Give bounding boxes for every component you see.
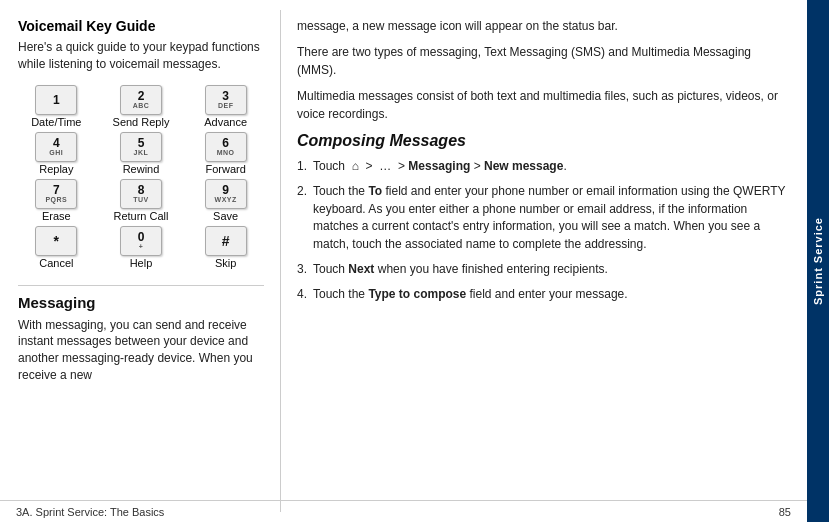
right-panel: message, a new message icon will appear … xyxy=(281,0,807,522)
key-star: * xyxy=(35,226,77,256)
key-9: 9 WXYZ xyxy=(205,179,247,209)
key-label-8: Return Call xyxy=(113,210,168,222)
key-2: 2 ABC xyxy=(120,85,162,115)
footer-bar: 3A. Sprint Service: The Basics 85 xyxy=(0,500,807,522)
step-4: Touch the Type to compose field and ente… xyxy=(297,286,791,303)
key-label-9: Save xyxy=(213,210,238,222)
key-label-7: Erase xyxy=(42,210,71,222)
key-0: 0 + xyxy=(120,226,162,256)
messaging-intro: With messaging, you can send and receive… xyxy=(18,317,264,384)
footer-right: 85 xyxy=(779,506,791,518)
voicemail-intro: Here's a quick guide to your keypad func… xyxy=(18,39,264,73)
key-grid: 1 Date/Time 2 ABC Send Reply 3 DEF Advan… xyxy=(18,85,264,269)
key-item-3: 3 DEF Advance xyxy=(187,85,264,128)
key-item-4: 4 GHI Replay xyxy=(18,132,95,175)
key-label-5: Rewind xyxy=(123,163,160,175)
messaging-types-text: There are two types of messaging, Text M… xyxy=(297,44,791,79)
key-7: 7 PQRS xyxy=(35,179,77,209)
key-item-0: 0 + Help xyxy=(103,226,180,269)
key-label-6: Forward xyxy=(205,163,245,175)
key-item-1: 1 Date/Time xyxy=(18,85,95,128)
key-label-4: Replay xyxy=(39,163,73,175)
key-label-0: Help xyxy=(130,257,153,269)
step-2: Touch the To field and enter your phone … xyxy=(297,183,791,253)
key-label-3: Advance xyxy=(204,116,247,128)
key-item-9: 9 WXYZ Save xyxy=(187,179,264,222)
voicemail-title: Voicemail Key Guide xyxy=(18,18,264,34)
key-4: 4 GHI xyxy=(35,132,77,162)
key-item-6: 6 MNO Forward xyxy=(187,132,264,175)
key-label-hash: Skip xyxy=(215,257,236,269)
key-label-star: Cancel xyxy=(39,257,73,269)
composing-title: Composing Messages xyxy=(297,132,791,150)
key-label-2: Send Reply xyxy=(113,116,170,128)
steps-list: Touch ⌂ > … > Messaging > New message. T… xyxy=(297,158,791,304)
key-3: 3 DEF xyxy=(205,85,247,115)
key-item-2: 2 ABC Send Reply xyxy=(103,85,180,128)
step-3: Touch Next when you have finished enteri… xyxy=(297,261,791,278)
key-hash: # xyxy=(205,226,247,256)
side-tab-label: Sprint Service xyxy=(812,217,824,305)
key-item-5: 5 JKL Rewind xyxy=(103,132,180,175)
key-item-star: * Cancel xyxy=(18,226,95,269)
continued-text: message, a new message icon will appear … xyxy=(297,18,791,35)
footer-left: 3A. Sprint Service: The Basics xyxy=(16,506,164,518)
key-6: 6 MNO xyxy=(205,132,247,162)
key-8: 8 TUV xyxy=(120,179,162,209)
key-1: 1 xyxy=(35,85,77,115)
key-item-8: 8 TUV Return Call xyxy=(103,179,180,222)
key-item-hash: # Skip xyxy=(187,226,264,269)
multimedia-text: Multimedia messages consist of both text… xyxy=(297,88,791,123)
key-label-1: Date/Time xyxy=(31,116,81,128)
side-tab: Sprint Service xyxy=(807,0,829,522)
key-item-7: 7 PQRS Erase xyxy=(18,179,95,222)
step-1: Touch ⌂ > … > Messaging > New message. xyxy=(297,158,791,175)
key-5: 5 JKL xyxy=(120,132,162,162)
left-panel: Voicemail Key Guide Here's a quick guide… xyxy=(0,0,280,522)
messaging-title: Messaging xyxy=(18,285,264,311)
